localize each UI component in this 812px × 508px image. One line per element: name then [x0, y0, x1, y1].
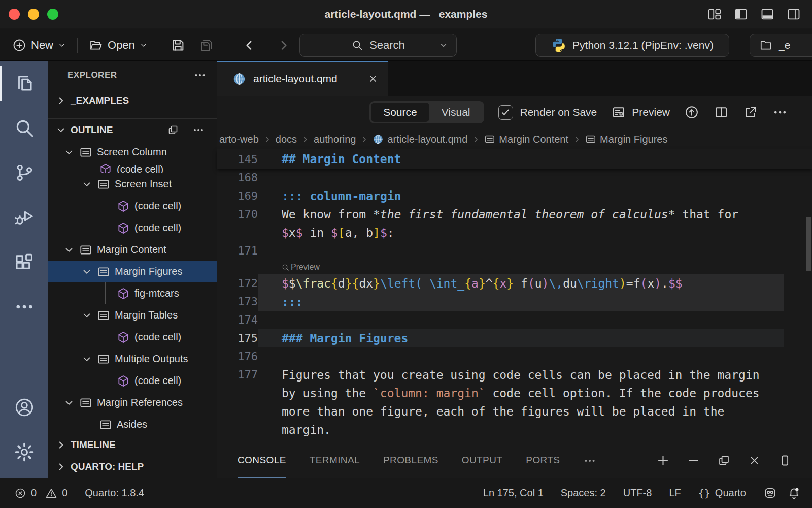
toggle-secondary-sidebar-icon[interactable]: [787, 7, 801, 21]
code-line-wrap[interactable]: $x$ in $[a, b]$:: [217, 224, 812, 242]
breadcrumb-item[interactable]: arto-web: [219, 134, 259, 145]
breadcrumb-item[interactable]: Margin Figures: [585, 134, 667, 145]
forward-icon[interactable]: [276, 38, 291, 53]
panel-tab-problems[interactable]: PROBLEMS: [383, 443, 438, 478]
back-icon[interactable]: [242, 38, 257, 53]
maximize-panel-icon[interactable]: [778, 454, 792, 467]
sidebar-section-examples[interactable]: _EXAMPLES: [48, 89, 217, 112]
quarto-version-status[interactable]: Quarto: 1.8.4: [85, 487, 144, 499]
open-button[interactable]: Open: [89, 38, 148, 52]
code-line-171[interactable]: 171: [217, 242, 812, 260]
chevron-down-icon[interactable]: [81, 179, 92, 190]
breadcrumb-item[interactable]: authoring: [314, 134, 356, 145]
more-actions-icon[interactable]: [193, 69, 207, 82]
codelens-preview-link[interactable]: Preview: [282, 260, 812, 274]
close-panel-icon[interactable]: [748, 454, 761, 467]
save-all-icon[interactable]: [199, 38, 214, 53]
chevron-down-icon[interactable]: [439, 41, 448, 50]
split-editor-icon[interactable]: [714, 105, 729, 120]
chevron-down-icon[interactable]: [63, 397, 75, 408]
code-line-170[interactable]: 170We know from *the first fundamental t…: [217, 205, 812, 224]
more-panel-tabs-icon[interactable]: [583, 454, 596, 467]
chevron-down-icon[interactable]: [63, 244, 75, 256]
tab-article-layout[interactable]: article-layout.qmd: [217, 61, 388, 96]
visual-mode-button[interactable]: Visual: [429, 103, 483, 122]
outline-item-margin-figures[interactable]: Margin Figures: [48, 261, 217, 282]
activity-item-files[interactable]: [0, 61, 48, 106]
problems-status[interactable]: 0 0: [14, 487, 67, 499]
breadcrumb-item[interactable]: Margin Content: [484, 134, 568, 145]
chevron-down-icon[interactable]: [81, 266, 92, 277]
code-line-wrap[interactable]: more than one figure, each of the figure…: [217, 402, 812, 421]
code-line-174[interactable]: 174: [217, 311, 812, 329]
outline-item-code-cell[interactable]: (code cell): [48, 370, 217, 392]
open-external-icon[interactable]: [743, 105, 758, 120]
new-console-icon[interactable]: [656, 454, 670, 467]
activity-item-extensions[interactable]: [0, 240, 48, 284]
outline-item-code-cell[interactable]: (code cell): [48, 326, 217, 348]
code-line-176[interactable]: 176: [217, 347, 812, 366]
toggle-sidebar-icon[interactable]: [734, 7, 748, 21]
outline-item-code-cell[interactable]: (code cell): [48, 163, 217, 173]
toggle-panel-icon[interactable]: [760, 7, 774, 21]
sidebar-section-timeline[interactable]: TIMELINE: [48, 434, 217, 456]
new-button[interactable]: New: [12, 38, 66, 52]
workspace-folder-button[interactable]: _e: [750, 34, 812, 57]
outline-item-multiple-outputs[interactable]: Multiple Outputs: [48, 348, 217, 370]
outline-item-screen-inset[interactable]: Screen Inset: [48, 173, 217, 195]
search-input[interactable]: Search: [299, 34, 457, 57]
sidebar-section-quarto-help[interactable]: QUARTO: HELP: [48, 456, 217, 478]
minimize-panel-icon[interactable]: [687, 454, 700, 467]
cursor-position-status[interactable]: Ln 175, Col 1: [483, 487, 544, 499]
breadcrumb-item[interactable]: article-layout.qmd: [373, 134, 467, 145]
render-icon[interactable]: [684, 105, 699, 120]
activity-item-settings[interactable]: [0, 430, 48, 474]
close-tab-icon[interactable]: [367, 73, 379, 84]
activity-item-source-control[interactable]: [0, 150, 48, 195]
customize-layout-icon[interactable]: [707, 7, 722, 21]
code-editor[interactable]: 168169::: column-margin170We know from *…: [217, 169, 812, 443]
code-line-wrap[interactable]: margin.: [217, 421, 812, 439]
code-line-168[interactable]: 168: [217, 169, 812, 187]
outline-item-margin-references[interactable]: Margin References: [48, 392, 217, 414]
code-line-wrap[interactable]: by using the `column: margin` code cell …: [217, 384, 812, 402]
code-line-169[interactable]: 169::: column-margin: [217, 187, 812, 205]
notifications-button[interactable]: [787, 486, 801, 500]
code-line-172[interactable]: 172$$\frac{d}{dx}\left( \int_{a}^{x} f(u…: [217, 274, 812, 293]
activity-item-more[interactable]: [0, 284, 48, 329]
panel-tab-console[interactable]: CONSOLE: [238, 443, 286, 478]
language-mode-status[interactable]: {} Quarto: [698, 487, 746, 499]
indentation-status[interactable]: Spaces: 2: [561, 487, 606, 499]
feedback-button[interactable]: [763, 486, 777, 500]
code-line-175[interactable]: 175### Margin Figures: [217, 329, 812, 347]
panel-tab-output[interactable]: OUTPUT: [462, 443, 503, 478]
outline-item-code-cell[interactable]: (code cell): [48, 195, 217, 217]
outline-item-margin-content[interactable]: Margin Content: [48, 239, 217, 261]
interpreter-selector[interactable]: Python 3.12.1 (PipEnv: .venv): [535, 34, 729, 57]
chevron-down-icon[interactable]: [63, 147, 75, 158]
panel-tab-terminal[interactable]: TERMINAL: [310, 443, 360, 478]
chevron-down-icon[interactable]: [81, 310, 92, 321]
restore-panel-icon[interactable]: [717, 454, 731, 467]
activity-item-account[interactable]: [0, 385, 48, 430]
preview-button[interactable]: Preview: [611, 105, 670, 120]
eol-status[interactable]: LF: [669, 487, 681, 499]
editor-scrollbar[interactable]: [806, 217, 811, 271]
outline-item-margin-tables[interactable]: Margin Tables: [48, 304, 217, 326]
chevron-down-icon[interactable]: [81, 354, 92, 365]
activity-item-debug[interactable]: [0, 195, 48, 240]
encoding-status[interactable]: UTF-8: [623, 487, 652, 499]
outline-item-fig-mtcars[interactable]: fig-mtcars: [48, 282, 217, 304]
breadcrumb-item[interactable]: docs: [276, 134, 297, 145]
code-line-173[interactable]: 173:::: [217, 293, 812, 311]
activity-item-search[interactable]: [0, 106, 48, 150]
checkbox-checked[interactable]: [498, 105, 513, 120]
outline-item-screen-column[interactable]: Screen Column: [48, 141, 217, 163]
render-on-save-toggle[interactable]: Render on Save: [498, 105, 597, 120]
source-mode-button[interactable]: Source: [371, 103, 429, 122]
more-actions-icon[interactable]: [192, 124, 205, 136]
more-actions-icon[interactable]: [772, 105, 788, 120]
outline-item-code-cell[interactable]: (code cell): [48, 217, 217, 239]
save-icon[interactable]: [171, 38, 186, 53]
collapse-all-icon[interactable]: [167, 124, 179, 136]
